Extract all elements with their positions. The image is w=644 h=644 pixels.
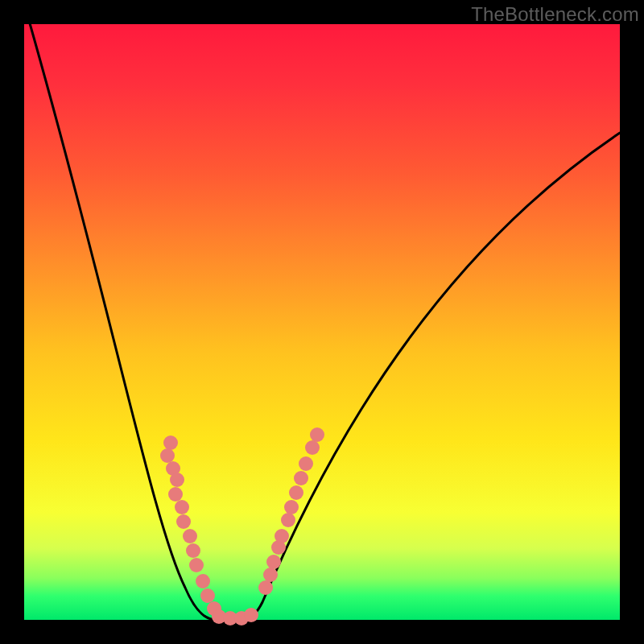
scatter-dot bbox=[263, 568, 278, 582]
scatter-dot bbox=[170, 473, 184, 487]
curve-layer bbox=[24, 24, 620, 620]
scatter-dot bbox=[186, 543, 200, 558]
scatter-dot bbox=[176, 514, 191, 529]
scatter-dot bbox=[163, 436, 178, 450]
scatter-dots bbox=[160, 427, 324, 625]
bottleneck-curve bbox=[28, 18, 620, 620]
scatter-dot bbox=[200, 588, 215, 603]
scatter-dot bbox=[281, 513, 295, 527]
scatter-dot bbox=[275, 529, 289, 543]
watermark-text: TheBottleneck.com bbox=[471, 3, 639, 26]
scatter-dot bbox=[305, 440, 320, 455]
scatter-dot bbox=[196, 574, 210, 588]
scatter-dot bbox=[289, 485, 303, 500]
scatter-dot bbox=[189, 558, 204, 572]
gradient-plot-area bbox=[24, 24, 620, 620]
scatter-dot bbox=[168, 487, 183, 502]
scatter-dot bbox=[183, 529, 197, 543]
outer-frame: TheBottleneck.com bbox=[0, 0, 644, 644]
scatter-dot bbox=[284, 500, 299, 514]
scatter-dot bbox=[258, 580, 273, 595]
scatter-dot bbox=[294, 471, 308, 485]
scatter-dot bbox=[299, 456, 313, 471]
scatter-dot bbox=[266, 555, 281, 569]
scatter-dot bbox=[244, 608, 258, 622]
scatter-dot bbox=[175, 500, 189, 514]
scatter-dot bbox=[160, 448, 175, 463]
scatter-dot bbox=[310, 427, 324, 442]
